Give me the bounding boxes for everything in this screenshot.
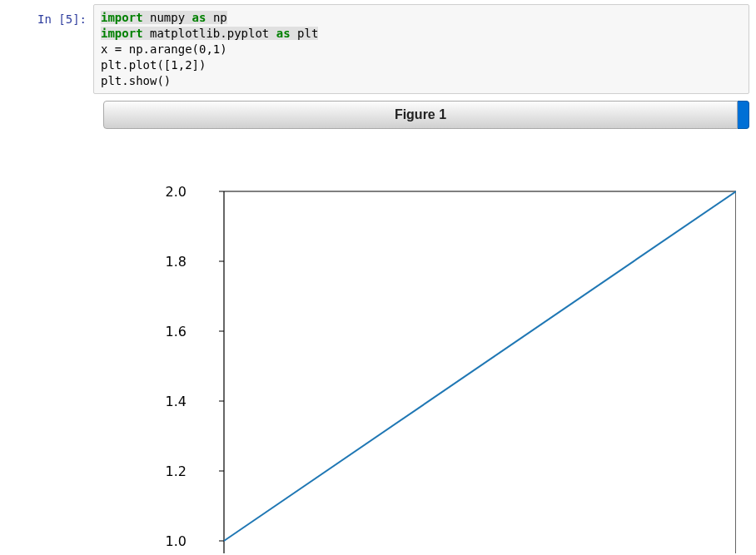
- code-text: numpy: [143, 11, 192, 24]
- code-keyword: as: [276, 27, 291, 40]
- figure-title: Figure 1: [395, 107, 446, 121]
- code-text: matplotlib.pyplot: [143, 27, 276, 40]
- ytick-label: 1.2: [166, 463, 187, 479]
- notebook-cell: In [5]: import numpy as np import matplo…: [0, 0, 756, 94]
- ytick-label: 1.8: [166, 254, 187, 270]
- ytick-label: 1.6: [166, 324, 187, 339]
- figure-toolbar-button[interactable]: [738, 101, 749, 129]
- cell-output: Figure 1 2.0 1.8 1.6 1.4 1.2 1.0: [103, 101, 749, 553]
- code-keyword: import: [101, 11, 143, 24]
- code-line: plt.plot([1,2]): [101, 58, 206, 72]
- code-text: plt: [291, 27, 319, 40]
- code-keyword: import: [101, 27, 143, 40]
- prompt-label: In [5]:: [37, 12, 87, 26]
- code-keyword: as: [192, 11, 206, 24]
- figure-title-bar[interactable]: Figure 1: [103, 101, 738, 129]
- chart-area: 2.0 1.8 1.6 1.4 1.2 1.0: [137, 179, 736, 553]
- ytick-label: 1.4: [166, 394, 187, 409]
- code-line: x = np.arange(0,1): [101, 42, 227, 56]
- figure-toolbar: Figure 1: [103, 101, 749, 129]
- code-input-area[interactable]: import numpy as np import matplotlib.pyp…: [93, 4, 749, 94]
- input-prompt: In [5]:: [0, 4, 93, 26]
- ytick-label: 1.0: [166, 533, 187, 549]
- ytick-label: 2.0: [166, 184, 187, 200]
- code-text: np: [206, 11, 226, 24]
- svg-line-9: [224, 191, 736, 541]
- code-line: plt.show(): [101, 74, 171, 87]
- line-chart: [137, 179, 736, 553]
- code-block: import numpy as np import matplotlib.pyp…: [101, 10, 742, 88]
